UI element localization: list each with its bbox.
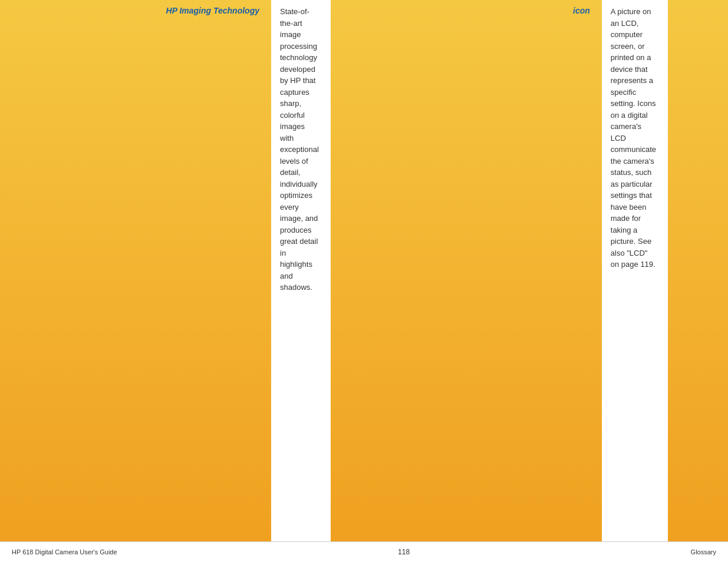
page-footer: HP 618 Digital Camera User's Guide 118 G… bbox=[0, 541, 728, 562]
glossary-row: iconA picture on an LCD, computer screen… bbox=[331, 0, 668, 541]
term-label: HP Imaging Technology bbox=[166, 6, 259, 15]
term-cell: image bbox=[668, 0, 728, 541]
term-label: icon bbox=[573, 6, 590, 15]
footer-left: HP 618 Digital Camera User's Guide bbox=[12, 548, 117, 556]
footer-right: Glossary bbox=[691, 548, 716, 556]
page-container: HP Imaging TechnologyState-of-the-art im… bbox=[0, 0, 728, 562]
definition-cell: A picture on an LCD, computer screen, or… bbox=[602, 0, 668, 541]
term-cell: icon bbox=[331, 0, 602, 541]
definition-cell: State-of-the-art image processing techno… bbox=[271, 0, 331, 541]
term-cell: HP Imaging Technology bbox=[0, 0, 271, 541]
footer-page-number: 118 bbox=[398, 548, 410, 556]
main-content: HP Imaging TechnologyState-of-the-art im… bbox=[0, 0, 728, 541]
glossary-row: imageThe electronic version of a photogr… bbox=[668, 0, 728, 541]
glossary-row: HP Imaging TechnologyState-of-the-art im… bbox=[0, 0, 331, 541]
